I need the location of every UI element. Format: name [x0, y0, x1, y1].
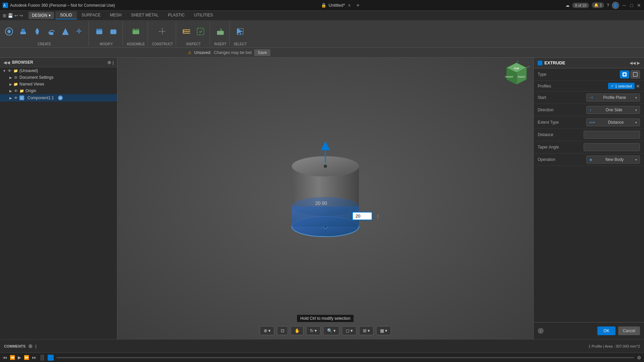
operation-dropdown[interactable]: ◈ New Body ▾: [586, 156, 640, 164]
profiles-clear-button[interactable]: ✕: [636, 83, 640, 89]
timeline-settings-button[interactable]: ⚙: [637, 355, 641, 360]
browser-item-origin[interactable]: ▶ 👁 📁 Origin: [0, 87, 117, 94]
timeline-next-button[interactable]: ⏩: [24, 355, 29, 360]
inspect-btn2[interactable]: [194, 26, 207, 37]
tab-plastic[interactable]: PLASTIC: [163, 11, 190, 19]
visual-style-icon: ◻: [346, 328, 350, 333]
tab-surface[interactable]: SURFACE: [77, 11, 105, 19]
3d-model[interactable]: 20 00: [278, 139, 372, 247]
browser-expand-button[interactable]: |: [113, 60, 114, 65]
inspect-btn1[interactable]: [180, 26, 193, 37]
info-button[interactable]: i: [538, 328, 544, 334]
timeline-feature-item[interactable]: [48, 355, 54, 361]
insert-btn1[interactable]: [214, 26, 227, 37]
browser-item-component[interactable]: ▶ 👁 C Component1:1 ◎: [0, 94, 117, 102]
app-icon: A: [3, 3, 8, 8]
extrude-button[interactable]: [17, 26, 30, 37]
tab-solid[interactable]: SOLID: [55, 11, 77, 19]
add-comment-button[interactable]: ⊕: [28, 343, 33, 349]
timeline-track[interactable]: [56, 357, 634, 358]
orbit-button[interactable]: ↻ ▾: [306, 326, 321, 335]
grid-menu-button[interactable]: ⊞: [3, 13, 6, 18]
root-eye-icon[interactable]: 👁: [7, 68, 12, 73]
timeline-end-button[interactable]: ⏭: [32, 355, 36, 360]
component-label: Component1:1: [26, 95, 55, 101]
grid-button[interactable]: ⊞ ▾: [359, 326, 374, 335]
snap-button[interactable]: ⊕ ▾: [260, 326, 274, 335]
maximize-button[interactable]: □: [629, 3, 634, 8]
tab-sheet-metal[interactable]: SHEET METAL: [126, 11, 163, 19]
svg-rect-14: [136, 29, 139, 31]
viewport[interactable]: TOP RIGHT FRONT Z Y: [117, 58, 533, 339]
browser-item-named-views[interactable]: ▶ 📁 Named Views: [0, 81, 117, 87]
app-title: Autodesk Fusion 360 (Personal – Not for …: [10, 3, 115, 8]
sweep-button[interactable]: [45, 26, 58, 37]
assemble-label: ASSEMBLE: [127, 42, 145, 46]
start-dropdown[interactable]: ⊣ Profile Plane ▾: [586, 94, 640, 102]
operation-row: Operation ◈ New Body ▾: [534, 154, 644, 166]
taper-angle-input[interactable]: 0.0 deg: [584, 143, 640, 151]
tab-utilities[interactable]: UTILITIES: [190, 11, 218, 19]
help-icon[interactable]: ?: [607, 3, 609, 8]
new-tab-button[interactable]: +: [357, 2, 360, 8]
component-target-icon[interactable]: ◎: [58, 96, 63, 100]
browser-collapse-button[interactable]: ◀◀: [3, 60, 10, 65]
status-bar: 1 Profile | Area : 307.043 mm^2: [588, 344, 640, 349]
save-button[interactable]: Save: [254, 49, 270, 56]
tab-mesh[interactable]: MESH: [105, 11, 126, 19]
component-eye-icon[interactable]: 👁: [13, 96, 18, 100]
ok-button[interactable]: OK: [597, 326, 615, 335]
origin-eye-icon[interactable]: 👁: [13, 88, 18, 93]
assemble-btn1[interactable]: [129, 26, 142, 37]
user-avatar[interactable]: 👤: [612, 2, 619, 9]
panel-collapse-button[interactable]: ◀◀: [630, 61, 636, 65]
close-button[interactable]: ✕: [637, 3, 641, 8]
move-button[interactable]: ✛: [73, 26, 86, 37]
capture-button[interactable]: ⊡: [277, 326, 288, 335]
timeline-start-button[interactable]: ⏮: [3, 355, 7, 360]
browser-item-doc-settings[interactable]: ▶ ⚙ Document Settings: [0, 74, 117, 81]
type-solid-button[interactable]: [620, 70, 629, 78]
distance-input[interactable]: 20 mm: [584, 131, 640, 139]
zoom-arrow: ▾: [333, 328, 336, 333]
select-btn1[interactable]: [234, 26, 247, 37]
type-thin-button[interactable]: [631, 70, 640, 78]
minimize-button[interactable]: ─: [622, 3, 627, 8]
profiles-badge[interactable]: ✓ 1 selected: [608, 83, 635, 89]
extent-type-dropdown[interactable]: ⟺ Distance ▾: [586, 118, 640, 126]
timeline-prev-button[interactable]: ⏪: [10, 355, 15, 360]
loft-button[interactable]: [59, 26, 72, 37]
construct-btn1[interactable]: [156, 26, 169, 37]
dimension-options-button[interactable]: ⋮: [374, 213, 382, 220]
assemble-icon: [131, 27, 141, 36]
comments-expand-button[interactable]: |: [35, 344, 36, 349]
browser-add-button[interactable]: ⊕: [107, 60, 111, 65]
direction-value: One Side: [605, 108, 622, 112]
direction-dropdown[interactable]: ↕ One Side ▾: [586, 106, 640, 114]
nav-cube[interactable]: TOP RIGHT FRONT Z Y: [503, 61, 530, 88]
revolve-button[interactable]: [31, 26, 44, 37]
dimension-input[interactable]: [352, 212, 372, 220]
timeline-play-button[interactable]: ▶: [18, 355, 21, 360]
profiles-control: ✓ 1 selected ✕: [571, 83, 640, 89]
visual-style-button[interactable]: ◻ ▾: [342, 326, 357, 335]
type-row: Type: [534, 68, 644, 81]
zoom-button[interactable]: 🔍 ▾: [323, 326, 339, 335]
cancel-button[interactable]: Cancel: [618, 326, 640, 335]
titlebar-controls: ☁ 8 of 10 🔔 1 ? 👤 ─ □ ✕: [566, 2, 641, 9]
profiles-row: Profiles ✓ 1 selected ✕: [534, 81, 644, 92]
new-component-button[interactable]: [3, 26, 15, 37]
modify-btn2[interactable]: [107, 26, 120, 37]
design-dropdown[interactable]: DESIGN ▾: [29, 12, 54, 19]
modify-btn1[interactable]: [93, 26, 106, 37]
undo-button[interactable]: ↩: [14, 13, 18, 18]
svg-text:A: A: [3, 4, 6, 7]
close-tab-button[interactable]: ×: [347, 3, 352, 8]
redo-button[interactable]: ↪: [19, 13, 23, 18]
browser-item-root[interactable]: ▼ 👁 📁 (Unsaved): [0, 67, 117, 74]
panel-expand-button[interactable]: ▶: [637, 61, 640, 65]
save-button[interactable]: 💾: [8, 13, 13, 18]
view-layout-button[interactable]: ▦ ▾: [376, 326, 391, 335]
type-label: Type: [538, 72, 571, 77]
pan-button[interactable]: ✋: [291, 326, 304, 335]
